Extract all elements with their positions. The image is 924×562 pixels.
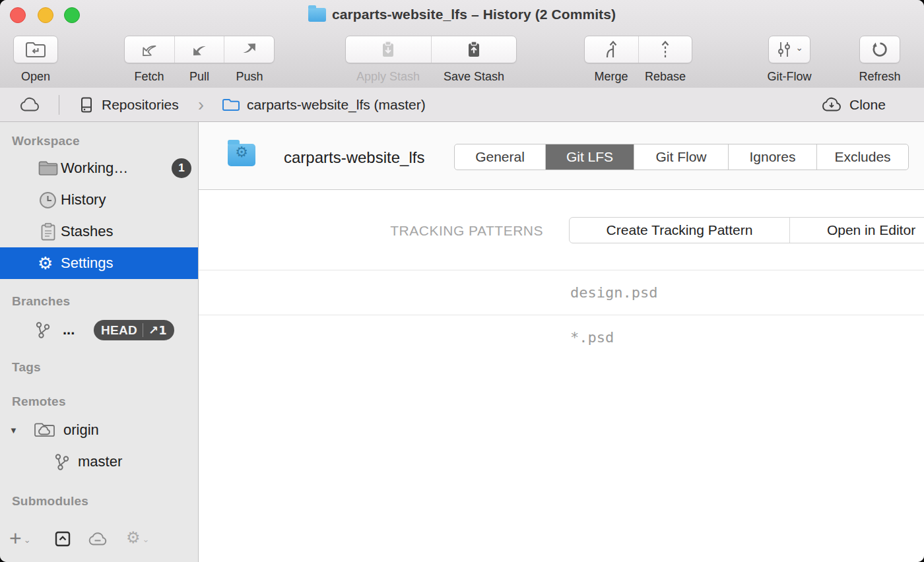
master-label: master (78, 453, 122, 470)
remote-folder-icon (34, 422, 55, 439)
toolbar: Open (0, 29, 924, 88)
stashes-label: Stashes (61, 223, 114, 240)
breadcrumb-repo[interactable]: carparts-website_lfs (master) (222, 88, 426, 122)
open-button[interactable] (13, 36, 58, 63)
pull-button[interactable] (174, 36, 224, 63)
chevron-down-icon: ⌄ (143, 534, 150, 544)
tab-excludes[interactable]: Excludes (816, 144, 908, 170)
sidebar-item-settings[interactable]: ⚙ Settings (0, 247, 198, 279)
sidebar-item-master[interactable]: master (0, 446, 198, 478)
tab-git-lfs[interactable]: Git LFS (545, 144, 634, 170)
cloud-lines-icon (87, 532, 108, 547)
repo-folder-gear-icon: ⚙ (228, 144, 255, 166)
folder-icon (38, 160, 59, 177)
folder-icon (308, 8, 326, 22)
remotes-header: Remotes (12, 394, 66, 409)
breadcrumb-divider (59, 95, 59, 115)
tab-ignores[interactable]: Ignores (728, 144, 816, 170)
repositories-icon (78, 96, 95, 113)
branches-header: Branches (12, 294, 70, 309)
arrow-up-right-icon: ↗ (148, 323, 158, 337)
apply-stash-label: Apply Stash (345, 70, 431, 84)
tab-git-flow[interactable]: Git Flow (634, 144, 728, 170)
titlebar: carparts-website_lfs – History (2 Commit… (0, 0, 924, 29)
fetch-icon (139, 40, 159, 59)
clone-button[interactable]: Clone (820, 88, 886, 122)
sidebar-item-history[interactable]: History (0, 184, 198, 216)
sidebar: Workspace Working… 1 History (0, 122, 199, 562)
push-button[interactable] (224, 36, 274, 63)
tracking-patterns-label: TRACKING PATTERNS (298, 223, 543, 239)
sidebar-item-stashes[interactable]: Stashes (0, 216, 198, 247)
clone-label: Clone (849, 97, 886, 113)
sidebar-item-branch[interactable]: ... HEAD ↗1 (0, 313, 198, 346)
box-arrow-up-icon (54, 530, 71, 547)
sidebar-bottom-toolbar: + ⌄ ⚙ ⌄ (0, 528, 198, 554)
chevron-down-icon: ⌄ (24, 535, 31, 545)
chevron-down-icon: ⌄ (795, 43, 803, 52)
workspace-header: Workspace (12, 134, 80, 148)
gear-icon: ⚙ (38, 255, 53, 272)
tags-header: Tags (12, 360, 41, 375)
origin-label: origin (63, 422, 99, 439)
plus-icon: + (9, 528, 22, 549)
pattern-row[interactable]: design.psd (199, 270, 924, 315)
open-repo-icon (24, 40, 47, 59)
open-label: Open (13, 70, 58, 84)
merge-icon (602, 40, 620, 59)
push-icon (240, 40, 259, 59)
window-chrome: carparts-website_lfs – History (2 Commit… (0, 0, 924, 88)
open-in-editor-button[interactable]: Open in Editor (789, 218, 924, 243)
breadcrumb-chevron: › (198, 88, 204, 122)
working-count-badge: 1 (172, 158, 191, 178)
breadcrumb-repositories[interactable]: Repositories (78, 88, 179, 122)
tab-general[interactable]: General (455, 144, 545, 170)
breadcrumb-bar: Repositories › carparts-website_lfs (mas… (0, 88, 924, 122)
rebase-icon (659, 40, 672, 59)
pattern-value: *.psd (570, 329, 614, 346)
branch-icon (52, 453, 71, 472)
submodules-header: Submodules (12, 494, 88, 509)
pull-icon (189, 40, 209, 59)
apply-stash-button[interactable] (346, 36, 431, 63)
save-stash-button[interactable] (431, 36, 517, 63)
repo-title: carparts-website_lfs (284, 148, 424, 167)
refresh-icon (871, 40, 889, 59)
pattern-row[interactable]: *.psd (199, 315, 924, 360)
cloud-icon (18, 97, 41, 113)
merge-rebase-group (584, 36, 692, 63)
settings-tabs: General Git LFS Git Flow Ignores Exclude… (454, 144, 909, 170)
rebase-label: Rebase (638, 70, 692, 84)
refresh-button[interactable] (859, 36, 900, 63)
history-label: History (61, 191, 106, 208)
cloud-button[interactable] (87, 532, 108, 547)
head-badge: HEAD ↗1 (94, 320, 174, 340)
git-flow-icon (776, 41, 793, 58)
window-title-wrap: carparts-website_lfs – History (2 Commit… (0, 0, 924, 29)
sidebar-item-origin[interactable]: ▼ origin (0, 414, 198, 446)
breadcrumb-repo-label: carparts-website_lfs (master) (247, 97, 426, 113)
git-flow-button[interactable]: ⌄ (768, 36, 810, 63)
head-badge-divider (143, 323, 143, 337)
main-panel: ⚙ carparts-website_lfs General Git LFS G… (199, 122, 924, 562)
create-tracking-pattern-button[interactable]: Create Tracking Pattern (570, 218, 789, 243)
rebase-button[interactable] (638, 36, 692, 63)
repo-settings-header: ⚙ carparts-website_lfs General Git LFS G… (199, 122, 924, 190)
clipboard-icon (40, 222, 57, 241)
stash-group (345, 36, 517, 63)
ahead-count: ↗1 (148, 323, 167, 337)
settings-menu-button[interactable]: ⚙ ⌄ (126, 530, 149, 546)
clone-cloud-download-icon (820, 97, 843, 113)
account-cloud-button[interactable] (18, 88, 41, 122)
disclosure-triangle-icon[interactable]: ▼ (9, 425, 18, 435)
folder-outline-icon (222, 98, 240, 112)
merge-button[interactable] (585, 36, 638, 63)
add-button[interactable]: + ⌄ (9, 528, 31, 549)
fetch-pull-push-group (124, 36, 275, 63)
apply-stash-icon (378, 40, 398, 59)
branch-icon (33, 321, 52, 340)
head-badge-label: HEAD (101, 323, 137, 338)
push-box-button[interactable] (54, 530, 71, 547)
fetch-button[interactable] (125, 36, 174, 63)
sidebar-item-working[interactable]: Working… 1 (0, 152, 198, 184)
